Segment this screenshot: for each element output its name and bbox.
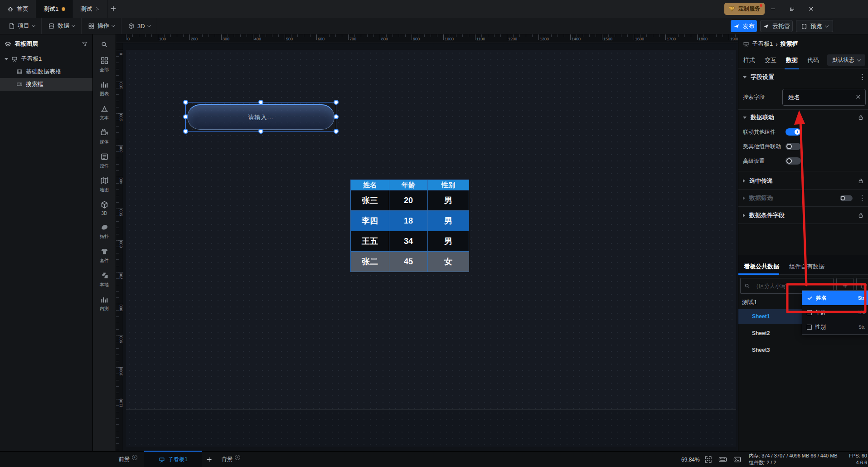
resize-handle-nw[interactable]	[183, 100, 188, 105]
resize-handle-ne[interactable]	[334, 100, 339, 105]
add-foreground-icon[interactable]: +	[132, 455, 137, 460]
table-cell: 女	[428, 252, 469, 272]
ruler-number: 200	[119, 112, 123, 123]
resize-handle-e[interactable]	[334, 114, 339, 119]
gem-icon	[728, 5, 736, 13]
section-data-linkage[interactable]: 数据联动	[738, 111, 868, 124]
toggle-off[interactable]	[786, 157, 801, 165]
table-row[interactable]: 张三20男	[351, 190, 469, 211]
search-field-input[interactable]	[782, 89, 866, 106]
menu-ops[interactable]: 操作	[82, 18, 121, 34]
app-tab-3[interactable]: 测试	[73, 0, 108, 18]
publish-button[interactable]: 发布	[731, 20, 757, 32]
close-button[interactable]	[802, 0, 820, 18]
caret-down-icon	[743, 76, 747, 78]
data-search-input[interactable]	[753, 283, 829, 289]
table-row[interactable]: 李四18男	[351, 211, 469, 231]
app-tab-2[interactable]: 测试1	[36, 0, 73, 18]
layer-item-子看板1[interactable]: 子看板1	[0, 53, 92, 65]
dock-item-3D[interactable]: 3D	[93, 197, 116, 219]
data-tab-组件自有数据[interactable]: 组件自有数据	[789, 263, 824, 271]
dock-item-全部[interactable]: 全部	[93, 53, 116, 77]
section-选中传递[interactable]: 选中传递	[738, 173, 868, 189]
custom-service-badge[interactable]: 定制服务	[724, 3, 765, 15]
plus-icon	[842, 283, 848, 289]
chevron-down-icon	[112, 23, 115, 27]
inspector-tab-代码[interactable]: 代码	[806, 55, 820, 69]
lock-icon[interactable]	[858, 114, 864, 121]
resize-handle-s[interactable]	[258, 129, 263, 134]
basic-data-table-component[interactable]: 姓名年龄性别张三20男李四18男王五34男张二45女	[350, 180, 469, 272]
setting-row-受其他组件联动: 受其他组件联动	[738, 140, 868, 153]
dock-item-文本[interactable]: 文本	[93, 101, 116, 125]
resize-handle-n[interactable]	[258, 100, 263, 105]
add-background-icon[interactable]: +	[235, 455, 240, 460]
close-tab-icon[interactable]	[95, 6, 100, 11]
section-数据条件字段[interactable]: 数据条件字段	[738, 207, 868, 224]
preview-button[interactable]: 预览	[796, 20, 833, 32]
dock-item-媒体[interactable]: 媒体	[93, 125, 116, 149]
inspector-tab-样式[interactable]: 样式	[742, 55, 756, 69]
maximize-button[interactable]	[783, 0, 800, 18]
dock-item-套件[interactable]: 套件	[93, 243, 116, 268]
dock-item-拓扑[interactable]: 拓扑	[93, 219, 116, 243]
background-item[interactable]: 背景 +	[222, 452, 240, 467]
layer-item-基础数据表格[interactable]: 基础数据表格	[0, 65, 92, 78]
field-option-性别[interactable]: 性别 Str.	[802, 320, 868, 334]
beta-icon	[100, 295, 109, 304]
toggle-on[interactable]	[786, 128, 801, 136]
chevron-down-icon	[825, 24, 829, 27]
more-menu-icon[interactable]	[862, 195, 863, 201]
checkbox-icon[interactable]	[807, 325, 812, 330]
resize-handle-se[interactable]	[334, 129, 339, 134]
table-row[interactable]: 王五34男	[351, 231, 469, 252]
breadcrumb-parent[interactable]: 子看板1	[752, 40, 773, 48]
dock-item-内测[interactable]: 内测	[93, 292, 116, 316]
caret-down-icon[interactable]	[5, 58, 8, 60]
table-cell: 张二	[351, 252, 389, 272]
cloud-host-button[interactable]: 云托管	[760, 20, 793, 32]
search-box-pill[interactable]: 请输入...	[187, 104, 335, 130]
toggle-off[interactable]	[786, 143, 801, 150]
board-icon	[743, 41, 749, 47]
resize-handle-w[interactable]	[183, 114, 188, 119]
section-title: 数据条件字段	[749, 211, 785, 219]
console-icon[interactable]	[732, 455, 742, 464]
search-icon[interactable]	[101, 41, 108, 48]
new-tab-button[interactable]	[108, 4, 119, 15]
search-box-component[interactable]: 请输入...	[185, 102, 336, 131]
canvas-viewport[interactable]: 请输入... 姓名年龄性别张三20男李四18男王五34男张二45女	[123, 43, 738, 451]
table-row[interactable]: 张二45女	[351, 252, 469, 272]
field-option-姓名[interactable]: 姓名 Str.	[802, 291, 868, 305]
minimize-button[interactable]	[764, 0, 781, 18]
foreground-item[interactable]: 前景 +	[119, 452, 137, 467]
dock-item-本地[interactable]: 本地	[93, 268, 116, 292]
sheet-item-Sheet3[interactable]: Sheet3	[738, 343, 839, 357]
zoom-level[interactable]: 69.84%	[681, 452, 700, 467]
dock-item-地图[interactable]: 地图	[93, 173, 116, 197]
board-tab[interactable]: 子看板1	[144, 451, 202, 467]
app-tab-1[interactable]: 首页	[0, 0, 36, 18]
toggle-off[interactable]	[840, 195, 853, 201]
section-数据筛选[interactable]: 数据筛选	[738, 190, 868, 206]
add-board-button[interactable]	[206, 452, 212, 467]
resize-handle-sw[interactable]	[183, 129, 188, 134]
section-field-settings[interactable]: 字段设置	[738, 71, 868, 83]
inspector-tab-交互[interactable]: 交互	[763, 55, 778, 69]
more-menu-icon[interactable]	[862, 74, 863, 80]
field-option-年龄[interactable]: 年龄 123	[802, 305, 868, 320]
inspector-tab-数据[interactable]: 数据	[785, 55, 799, 69]
data-tab-看板公共数据[interactable]: 看板公共数据	[744, 263, 779, 271]
fit-screen-icon[interactable]	[703, 455, 713, 464]
menu-doc[interactable]: 项目	[2, 18, 42, 34]
dock-item-图表[interactable]: 图表	[93, 77, 116, 101]
dock-item-控件[interactable]: 控件	[93, 149, 116, 173]
menu-db[interactable]: 数据	[42, 18, 82, 34]
keyboard-shortcuts-icon[interactable]	[718, 455, 728, 464]
menu-cube[interactable]: 3D	[121, 18, 157, 34]
layer-item-搜索框[interactable]: 搜索框	[0, 78, 92, 91]
checkbox-icon[interactable]	[807, 310, 812, 315]
state-selector[interactable]: 默认状态	[827, 54, 865, 66]
clear-field-icon[interactable]	[855, 94, 861, 100]
filter-icon[interactable]	[82, 41, 88, 47]
